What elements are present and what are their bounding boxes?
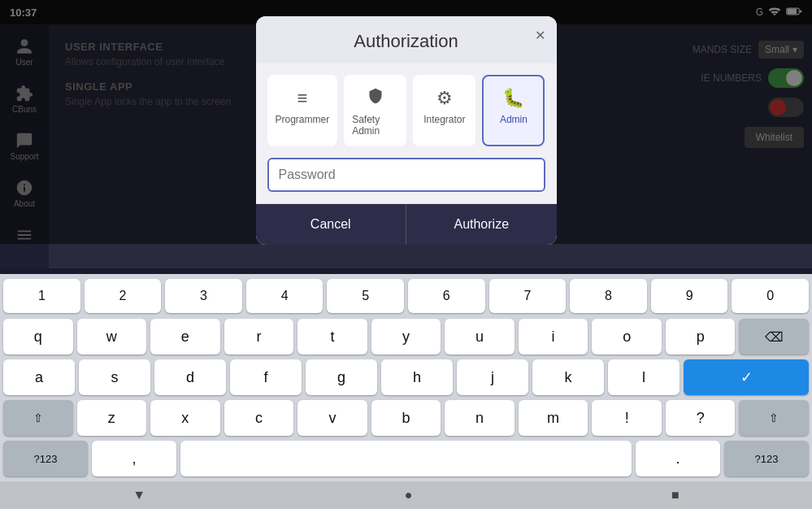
role-grid: ≡ Programmer Safety Admin ⚙ Integrator 🐛… <box>267 75 545 146</box>
key-c[interactable]: c <box>224 400 294 436</box>
cancel-button[interactable]: Cancel <box>256 204 407 245</box>
safety-admin-label: Safety Admin <box>352 114 398 137</box>
number-row: 1 2 3 4 5 6 7 8 9 0 <box>0 274 812 316</box>
row-qwerty: q w e r t y u i o p ⌫ <box>0 316 812 357</box>
key-r[interactable]: r <box>224 319 294 355</box>
dialog-title: Authorization <box>354 31 458 52</box>
nav-row: ▼ ● ■ <box>0 481 812 509</box>
key-i[interactable]: i <box>519 319 588 355</box>
key-k[interactable]: k <box>532 359 604 395</box>
key-w[interactable]: w <box>77 319 147 355</box>
key-s[interactable]: s <box>79 359 150 395</box>
nav-back-button[interactable]: ▼ <box>116 485 162 506</box>
admin-icon: 🐛 <box>502 88 524 109</box>
key-4[interactable]: 4 <box>246 279 323 313</box>
key-d[interactable]: d <box>154 359 226 395</box>
dialog-body: ≡ Programmer Safety Admin ⚙ Integrator 🐛… <box>256 63 557 203</box>
key-e[interactable]: e <box>150 319 220 355</box>
key-n[interactable]: n <box>445 400 515 436</box>
password-input-wrap <box>267 158 545 192</box>
shift-left-key[interactable]: ⇧ <box>3 400 73 436</box>
role-item-safety-admin[interactable]: Safety Admin <box>344 75 406 146</box>
comma-key[interactable]: , <box>92 441 176 476</box>
key-u[interactable]: u <box>445 319 515 355</box>
key-2[interactable]: 2 <box>85 279 162 313</box>
key-exclaim[interactable]: ! <box>592 400 662 436</box>
key-a[interactable]: a <box>3 359 75 395</box>
programmer-icon: ≡ <box>297 88 307 109</box>
key-1[interactable]: 1 <box>3 279 80 313</box>
admin-label: Admin <box>500 114 528 125</box>
authorization-dialog: Authorization ✕ ≡ Programmer Safety Admi… <box>256 16 557 245</box>
key-j[interactable]: j <box>457 359 528 395</box>
nav-home-button[interactable]: ● <box>389 485 429 506</box>
programmer-label: Programmer <box>276 114 330 125</box>
nav-recent-button[interactable]: ■ <box>655 485 696 506</box>
integrator-icon: ⚙ <box>436 88 453 109</box>
key-t[interactable]: t <box>297 319 367 355</box>
password-input[interactable] <box>279 167 534 182</box>
key-question[interactable]: ? <box>666 400 736 436</box>
dialog-header: Authorization ✕ <box>256 16 557 63</box>
keyboard: 1 2 3 4 5 6 7 8 9 0 q w e r t y u i o p … <box>0 274 812 509</box>
key-q[interactable]: q <box>3 319 73 355</box>
row-zxcv: ⇧ z x c v b n m ! ? ⇧ <box>0 398 812 438</box>
key-0[interactable]: 0 <box>732 279 809 313</box>
period-key[interactable]: . <box>636 441 720 476</box>
key-f[interactable]: f <box>230 359 302 395</box>
key-b[interactable]: b <box>371 400 441 436</box>
key-7[interactable]: 7 <box>489 279 567 313</box>
key-g[interactable]: g <box>306 359 377 395</box>
key-8[interactable]: 8 <box>570 279 647 313</box>
role-item-admin[interactable]: 🐛 Admin <box>482 75 545 146</box>
space-key[interactable] <box>180 441 632 476</box>
role-item-integrator[interactable]: ⚙ Integrator <box>413 75 475 146</box>
key-h[interactable]: h <box>381 359 453 395</box>
special-left-key[interactable]: ?123 <box>3 441 88 476</box>
dialog-close-button[interactable]: ✕ <box>535 28 545 43</box>
key-x[interactable]: x <box>150 400 220 436</box>
dialog-footer: Cancel Authorize <box>256 203 557 245</box>
safety-admin-icon <box>367 88 384 109</box>
key-v[interactable]: v <box>297 400 367 436</box>
key-3[interactable]: 3 <box>165 279 242 313</box>
authorize-button[interactable]: Authorize <box>406 204 557 245</box>
key-5[interactable]: 5 <box>327 279 404 313</box>
special-right-key[interactable]: ?123 <box>724 441 809 476</box>
key-z[interactable]: z <box>77 400 147 436</box>
key-6[interactable]: 6 <box>408 279 485 313</box>
key-y[interactable]: y <box>371 319 441 355</box>
integrator-label: Integrator <box>423 114 465 125</box>
bottom-row: ?123 , . ?123 <box>0 438 812 481</box>
key-m[interactable]: m <box>519 400 588 436</box>
key-p[interactable]: p <box>666 319 736 355</box>
shift-right-key[interactable]: ⇧ <box>739 400 809 436</box>
backspace-key[interactable]: ⌫ <box>739 319 809 355</box>
row-asdf: a s d f g h j k l ✓ <box>0 357 812 398</box>
key-9[interactable]: 9 <box>651 279 728 313</box>
key-o[interactable]: o <box>592 319 662 355</box>
role-item-programmer[interactable]: ≡ Programmer <box>267 75 338 146</box>
enter-key[interactable]: ✓ <box>684 359 809 395</box>
key-l[interactable]: l <box>608 359 680 395</box>
